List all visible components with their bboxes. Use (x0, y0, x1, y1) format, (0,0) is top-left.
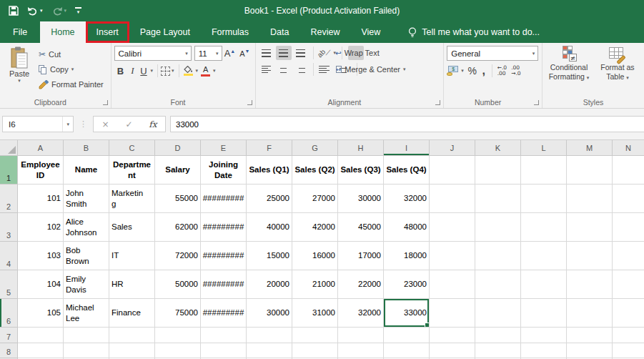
cell-D6[interactable]: 75000 (155, 299, 201, 328)
name-box[interactable]: I6 ▾ (2, 116, 74, 132)
cell-M7[interactable] (567, 328, 613, 343)
cell-L6[interactable] (521, 299, 567, 328)
cell-L5[interactable] (521, 270, 567, 299)
cell-B7[interactable] (64, 328, 109, 343)
underline-button[interactable]: U (139, 66, 149, 77)
column-header-K[interactable]: K (475, 140, 521, 156)
cell-E5[interactable]: ######### (201, 270, 247, 299)
wrap-text-button[interactable]: ↩ Wrap Text (348, 46, 364, 60)
cell-K2[interactable] (475, 185, 521, 213)
cell-M3[interactable] (567, 213, 613, 242)
name-box-dropdown-caret[interactable]: ▾ (62, 117, 73, 132)
borders-button[interactable] (161, 67, 170, 76)
number-dialog-launcher-icon[interactable] (534, 100, 539, 105)
cell-L4[interactable] (521, 242, 567, 270)
cell-D1[interactable]: Salary (155, 156, 201, 185)
cell-G8[interactable] (292, 343, 338, 358)
tell-me-box[interactable]: Tell me what you want to do... (408, 21, 540, 43)
cell-A3[interactable]: 102 (18, 213, 64, 242)
formula-input[interactable]: 33000 (170, 116, 644, 132)
cell-G2[interactable]: 27000 (292, 185, 338, 213)
column-header-H[interactable]: H (338, 140, 384, 156)
cell-I8[interactable] (384, 343, 430, 358)
cell-H4[interactable]: 17000 (338, 242, 384, 270)
cell-L8[interactable] (521, 343, 567, 358)
column-header-G[interactable]: G (292, 140, 338, 156)
cell-E6[interactable]: ######### (201, 299, 247, 328)
cell-N8[interactable] (613, 343, 644, 358)
top-align-button[interactable] (259, 46, 274, 60)
row-header-5[interactable]: 5 (0, 270, 18, 299)
cell-E4[interactable]: ######### (201, 242, 247, 270)
cell-I5[interactable]: 23000 (384, 270, 430, 299)
cell-A6[interactable]: 105 (18, 299, 64, 328)
row-header-1[interactable]: 1 (0, 156, 18, 185)
column-header-F[interactable]: F (247, 140, 292, 156)
cell-K1[interactable] (475, 156, 521, 185)
cell-A1[interactable]: Employee ID (18, 156, 64, 185)
column-header-B[interactable]: B (64, 140, 109, 156)
cell-B2[interactable]: John Smith (64, 185, 109, 213)
comma-style-button[interactable]: , (479, 64, 489, 77)
fill-color-dropdown-caret[interactable]: ▾ (196, 68, 199, 74)
tab-view[interactable]: View (350, 21, 391, 43)
cell-L2[interactable] (521, 185, 567, 213)
cell-A4[interactable]: 103 (18, 242, 64, 270)
cell-B5[interactable]: Emily Davis (64, 270, 109, 299)
cell-A5[interactable]: 104 (18, 270, 64, 299)
orientation-button[interactable]: ab⟋ (317, 46, 332, 60)
cell-C6[interactable]: Finance (109, 299, 155, 328)
cell-N4[interactable] (613, 242, 644, 270)
insert-function-icon[interactable]: fx (149, 119, 157, 129)
cell-F5[interactable]: 20000 (247, 270, 292, 299)
cell-H5[interactable]: 22000 (338, 270, 384, 299)
cell-F8[interactable] (247, 343, 292, 358)
number-format-combo[interactable]: General ▾ (447, 46, 538, 61)
undo-icon[interactable]: ▾ (27, 6, 43, 16)
cell-M4[interactable] (567, 242, 613, 270)
cell-I1[interactable]: Sales (Q4) (384, 156, 430, 185)
cell-C3[interactable]: Sales (109, 213, 155, 242)
cell-J5[interactable] (430, 270, 475, 299)
cell-D3[interactable]: 62000 (155, 213, 201, 242)
cell-E7[interactable] (201, 328, 247, 343)
tab-insert[interactable]: Insert (86, 21, 129, 43)
cell-I3[interactable]: 48000 (384, 213, 430, 242)
paste-dropdown-caret[interactable]: ▾ (18, 78, 21, 84)
cell-B8[interactable] (64, 343, 109, 358)
increase-decimal-button[interactable]: ←.0.00 (495, 65, 509, 77)
cell-A7[interactable] (18, 328, 64, 343)
row-header-3[interactable]: 3 (0, 213, 18, 242)
cell-B1[interactable]: Name (64, 156, 109, 185)
tab-formulas[interactable]: Formulas (201, 21, 259, 43)
cell-I6[interactable]: 33000 (384, 299, 430, 328)
align-center-button[interactable] (276, 62, 292, 77)
cell-L1[interactable] (521, 156, 567, 185)
cell-F4[interactable]: 15000 (247, 242, 292, 270)
accounting-dropdown-caret[interactable]: ▾ (461, 68, 464, 74)
cell-B6[interactable]: Michael Lee (64, 299, 109, 328)
cell-L7[interactable] (521, 328, 567, 343)
bottom-align-button[interactable] (293, 46, 309, 60)
cell-B4[interactable]: Bob Brown (64, 242, 109, 270)
cell-C4[interactable]: IT (109, 242, 155, 270)
cell-G7[interactable] (292, 328, 338, 343)
cell-J3[interactable] (430, 213, 475, 242)
cell-K5[interactable] (475, 270, 521, 299)
tab-review[interactable]: Review (299, 21, 350, 43)
cell-D4[interactable]: 72000 (155, 242, 201, 270)
underline-dropdown-caret[interactable]: ▾ (151, 68, 154, 74)
cell-F6[interactable]: 30000 (247, 299, 292, 328)
column-header-N[interactable]: N (613, 140, 644, 156)
cell-J8[interactable] (430, 343, 475, 358)
row-header-4[interactable]: 4 (0, 242, 18, 270)
font-color-button[interactable]: A (199, 65, 212, 77)
cell-G6[interactable]: 31000 (292, 299, 338, 328)
borders-dropdown-caret[interactable]: ▾ (172, 68, 174, 74)
cell-C1[interactable]: Department (109, 156, 155, 185)
cell-C8[interactable] (109, 343, 155, 358)
middle-align-button[interactable] (276, 46, 292, 60)
cell-C2[interactable]: Marketing (109, 185, 155, 213)
increase-font-size-button[interactable]: A▲ (222, 48, 238, 59)
cell-N1[interactable] (613, 156, 644, 185)
